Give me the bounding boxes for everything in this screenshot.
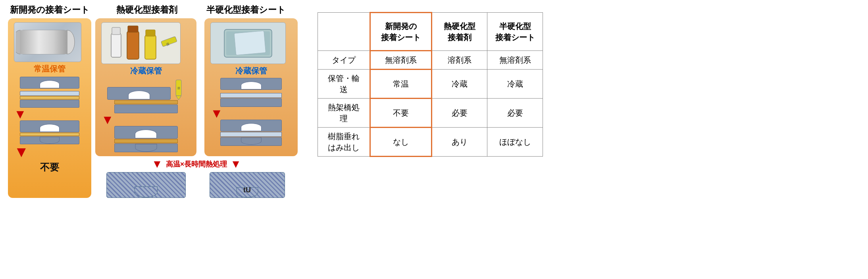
table-row-type: タイプ 無溶剤系 溶剤系 無溶剤系	[318, 51, 543, 70]
new-storage-label: 常温保管	[14, 64, 85, 74]
row-crosslink-new: 不要	[370, 99, 432, 128]
semi-pressed-diagram	[210, 120, 292, 146]
new-red-arrow-2: ▼	[14, 144, 85, 159]
semi-assembled: tU	[200, 172, 294, 198]
svg-rect-6	[127, 31, 139, 59]
new-product-column: 常温保管 ▼	[8, 18, 91, 198]
new-product-header: 新開発の接着シート	[8, 4, 91, 16]
row-crosslink-thermo: 必要	[432, 99, 487, 128]
table-col2-header: 熱硬化型接着剤	[432, 13, 487, 51]
table-section: 新開発の接着シート 熱硬化型接着剤 半硬化型接着シート タイプ 無溶剤系 溶剤系…	[318, 12, 543, 198]
svg-rect-5	[112, 27, 120, 35]
high-temp-label: 高温×長時間熱処理	[166, 159, 227, 169]
comparison-table: 新開発の接着シート 熱硬化型接着剤 半硬化型接着シート タイプ 無溶剤系 溶剤系…	[318, 12, 543, 157]
svg-text:接: 接	[177, 87, 180, 89]
thermo-assembled	[95, 172, 196, 198]
row-storage-semi: 冷蔵	[487, 70, 543, 99]
row-storage-label: 保管・輸送	[318, 70, 370, 99]
semi-photo	[210, 22, 286, 64]
row-resin-new: なし	[370, 128, 432, 157]
semi-before-diagram	[210, 78, 292, 107]
main-container: 新開発の接着シート 熱硬化型接着剤 半硬化型接着シート	[8, 4, 860, 198]
semi-storage-label: 冷蔵保管	[210, 66, 292, 76]
svg-rect-9	[146, 30, 155, 36]
semi-header: 半硬化型接着シート	[194, 4, 290, 16]
thermo-photo: 接	[101, 22, 181, 64]
table-row-crosslink: 熱架橋処理 不要 必要 必要	[318, 99, 543, 128]
high-temp-arrow-left: ▼	[152, 158, 163, 170]
not-required-label: 不要	[14, 161, 85, 174]
new-after-diagram	[14, 120, 85, 144]
row-type-new: 無溶剤系	[370, 51, 432, 70]
thermo-column: 接 冷蔵保管	[95, 18, 196, 156]
row-resin-semi: ほぼなし	[487, 128, 543, 157]
row-type-thermo: 溶剤系	[432, 51, 487, 70]
thermo-header: 熱硬化型接着剤	[91, 4, 194, 16]
table-col3-header: 半硬化型接着シート	[487, 13, 543, 51]
svg-rect-7	[128, 26, 138, 32]
svg-rect-3	[20, 30, 67, 54]
table-row-storage: 保管・輸送 常温 冷蔵 冷蔵	[318, 70, 543, 99]
semi-red-arrow: ▼	[210, 107, 292, 120]
row-resin-label: 樹脂垂れはみ出し	[318, 128, 370, 157]
thermo-storage-label: 冷蔵保管	[101, 66, 191, 76]
svg-rect-8	[145, 35, 156, 59]
table-col1-header: 新開発の接着シート	[370, 13, 432, 51]
thermo-before-diagram: 接	[101, 78, 191, 113]
svg-rect-4	[111, 33, 121, 57]
semi-column: 冷蔵保管 ▼	[204, 18, 298, 156]
thermo-red-arrow: ▼	[101, 113, 191, 126]
row-type-semi: 無溶剤系	[487, 51, 543, 70]
new-product-photo	[14, 22, 81, 62]
row-type-label: タイプ	[318, 51, 370, 70]
high-temp-arrow-right: ▼	[230, 158, 241, 170]
new-red-arrow: ▼	[14, 108, 85, 120]
table-row-resin: 樹脂垂れはみ出し なし あり ほぼなし	[318, 128, 543, 157]
thermo-pressed-diagram	[101, 126, 191, 152]
new-before-diagram	[14, 77, 85, 108]
svg-marker-13	[176, 96, 181, 100]
diagram-section: 常温保管 ▼	[8, 18, 298, 198]
row-crosslink-label: 熱架橋処理	[318, 99, 370, 128]
row-storage-new: 常温	[370, 70, 432, 99]
row-resin-thermo: あり	[432, 128, 487, 157]
svg-rect-18	[234, 31, 266, 55]
row-storage-thermo: 冷蔵	[432, 70, 487, 99]
row-crosslink-semi: 必要	[487, 99, 543, 128]
